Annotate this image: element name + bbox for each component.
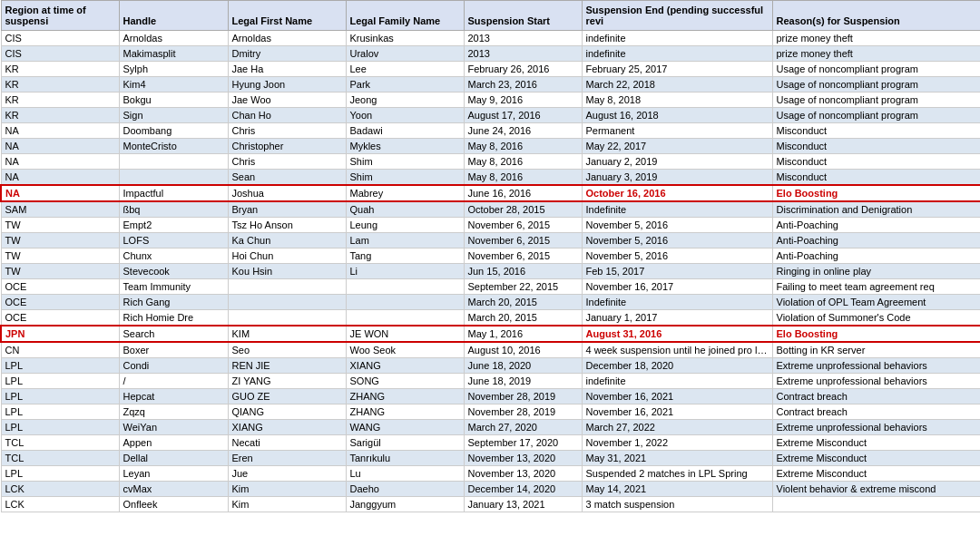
cell-reason: Ringing in online play	[772, 264, 980, 279]
cell-first	[228, 310, 346, 326]
cell-region: TW	[1, 264, 119, 279]
cell-family: Shim	[346, 170, 464, 186]
cell-first: Chris	[228, 154, 346, 170]
cell-end: November 16, 2017	[582, 279, 772, 295]
table-row: TCLAppenNecatiSarigülSeptember 17, 2020N…	[1, 435, 980, 451]
cell-family: Lam	[346, 233, 464, 249]
cell-end: March 27, 2022	[582, 420, 772, 435]
cell-start: November 6, 2015	[464, 233, 582, 249]
cell-end: 4 week suspension until he joined pro le…	[582, 342, 772, 358]
table-row: TWLOFSKa ChunLamNovember 6, 2015November…	[1, 233, 980, 249]
cell-reason: Botting in KR server	[772, 342, 980, 358]
cell-first: Tsz Ho Anson	[228, 218, 346, 233]
cell-start: February 26, 2016	[464, 62, 582, 77]
cell-start: May 9, 2016	[464, 93, 582, 108]
cell-first: Jue	[228, 466, 346, 482]
cell-first: GUO ZE	[228, 389, 346, 404]
cell-handle: Rich Gang	[119, 295, 228, 310]
cell-end: January 1, 2017	[582, 310, 772, 326]
col-header-handle: Handle	[119, 1, 228, 31]
cell-start: March 27, 2020	[464, 420, 582, 435]
col-header-family-name: Legal Family Name	[346, 1, 464, 31]
cell-region: CN	[1, 342, 119, 358]
col-header-region: Region at time of suspensi	[1, 1, 119, 31]
cell-end: August 16, 2018	[582, 108, 772, 123]
table-row: OCETeam ImmunitySeptember 22, 2015Novemb…	[1, 279, 980, 295]
cell-first: Arnoldas	[228, 31, 346, 46]
cell-region: LPL	[1, 404, 119, 420]
cell-first	[228, 295, 346, 310]
cell-family: Krusinkas	[346, 31, 464, 46]
cell-start: November 28, 2019	[464, 404, 582, 420]
cell-first: Joshua	[228, 185, 346, 201]
cell-family: Tanrıkulu	[346, 451, 464, 466]
cell-region: KR	[1, 108, 119, 123]
cell-first: Necati	[228, 435, 346, 451]
cell-first: REN JIE	[228, 358, 346, 374]
cell-handle: Kim4	[119, 77, 228, 93]
cell-start: August 10, 2016	[464, 342, 582, 358]
table-row: LCKOnfleekKimJanggyumJanuary 13, 20213 m…	[1, 497, 980, 512]
cell-first: Sean	[228, 170, 346, 186]
cell-region: LPL	[1, 466, 119, 482]
cell-handle: Boxer	[119, 342, 228, 358]
cell-end: November 16, 2021	[582, 404, 772, 420]
cell-reason: Discrimination and Denigration	[772, 201, 980, 218]
table-row: NASeanShimMay 8, 2016January 3, 2019Misc…	[1, 170, 980, 186]
cell-start: May 8, 2016	[464, 170, 582, 186]
cell-region: LPL	[1, 358, 119, 374]
table-row: LPLHepcatGUO ZEZHANGNovember 28, 2019Nov…	[1, 389, 980, 404]
cell-region: OCE	[1, 279, 119, 295]
cell-handle: Condi	[119, 358, 228, 374]
col-header-start: Suspension Start	[464, 1, 582, 31]
cell-start: October 28, 2015	[464, 201, 582, 218]
cell-start: November 6, 2015	[464, 218, 582, 233]
cell-handle: Search	[119, 326, 228, 342]
cell-handle: Bokgu	[119, 93, 228, 108]
col-header-reason: Reason(s) for Suspension	[772, 1, 980, 31]
cell-family: Uralov	[346, 46, 464, 62]
cell-region: CIS	[1, 46, 119, 62]
table-row: LPLZqzqQIANGZHANGNovember 28, 2019Novemb…	[1, 404, 980, 420]
cell-first: Jae Woo	[228, 93, 346, 108]
cell-end: November 5, 2016	[582, 249, 772, 264]
table-row: KRSignChan HoYoonAugust 17, 2016August 1…	[1, 108, 980, 123]
cell-start: March 20, 2015	[464, 310, 582, 326]
cell-family: SONG	[346, 374, 464, 389]
cell-reason: Anti-Poaching	[772, 218, 980, 233]
table-row: CNBoxerSeoWoo SeokAugust 10, 20164 week …	[1, 342, 980, 358]
cell-end: November 1, 2022	[582, 435, 772, 451]
table-header-row: Region at time of suspensi Handle Legal …	[1, 1, 980, 31]
cell-family: Park	[346, 77, 464, 93]
cell-handle: Hepcat	[119, 389, 228, 404]
table-row: LPLLeyanJueLuNovember 13, 2020Suspended …	[1, 466, 980, 482]
cell-end: November 5, 2016	[582, 233, 772, 249]
cell-handle: MonteCristo	[119, 139, 228, 154]
cell-handle: Doombang	[119, 123, 228, 139]
cell-family: Quah	[346, 201, 464, 218]
cell-first: XIANG	[228, 420, 346, 435]
cell-first: Dmitry	[228, 46, 346, 62]
cell-end: Indefinite	[582, 295, 772, 310]
cell-region: NA	[1, 123, 119, 139]
cell-family	[346, 279, 464, 295]
cell-reason: prize money theft	[772, 46, 980, 62]
col-header-end: Suspension End (pending successful revi	[582, 1, 772, 31]
cell-end: May 31, 2021	[582, 451, 772, 466]
cell-reason: Elo Boosting	[772, 185, 980, 201]
cell-family: Woo Seok	[346, 342, 464, 358]
cell-handle: WeiYan	[119, 420, 228, 435]
cell-end: May 8, 2018	[582, 93, 772, 108]
cell-reason: Usage of noncompliant program	[772, 77, 980, 93]
cell-first: Seo	[228, 342, 346, 358]
cell-first: Ka Chun	[228, 233, 346, 249]
cell-start: January 13, 2021	[464, 497, 582, 512]
cell-region: LPL	[1, 420, 119, 435]
cell-start: November 6, 2015	[464, 249, 582, 264]
cell-family: Lu	[346, 466, 464, 482]
cell-family: Shim	[346, 154, 464, 170]
table-row: KRSylphJae HaLeeFebruary 26, 2016Februar…	[1, 62, 980, 77]
cell-start: November 13, 2020	[464, 451, 582, 466]
cell-first: Eren	[228, 451, 346, 466]
cell-region: LCK	[1, 482, 119, 497]
